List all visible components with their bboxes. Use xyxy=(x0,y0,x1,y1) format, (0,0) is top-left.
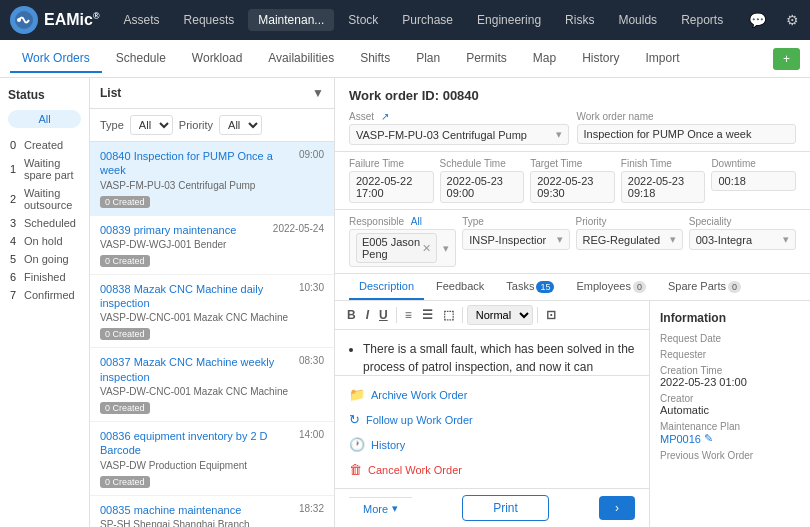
follow-up-icon: ↻ xyxy=(349,412,360,427)
wo-name-field-group: Work order name Inspection for PUMP Once… xyxy=(577,111,797,145)
detail-top-fields: Asset ↗ VASP-FM-PU-03 Centrifugal Pump ▾… xyxy=(349,111,796,145)
time-row: Failure Time 2022-05-22 17:00 Schedule T… xyxy=(335,152,810,210)
type-field: Type INSP-Inspectior ▾ xyxy=(462,216,569,267)
nav-risks[interactable]: Risks xyxy=(555,9,604,31)
editor-toolbar: B I U ≡ ☰ ⬚ Normal ⊡ xyxy=(335,301,649,330)
status-all-button[interactable]: All xyxy=(8,110,81,128)
cancel-work-order-button[interactable]: 🗑 Cancel Work Order xyxy=(341,457,643,482)
asset-value[interactable]: VASP-FM-PU-03 Centrifugal Pump ▾ xyxy=(349,124,569,145)
list-item[interactable]: 00837 Mazak CNC Machine weekly inspectio… xyxy=(90,348,334,422)
nav-moulds[interactable]: Moulds xyxy=(608,9,667,31)
logo-icon xyxy=(10,6,38,34)
subnav-plan[interactable]: Plan xyxy=(404,45,452,73)
list-item[interactable]: 00835 machine maintenance 18:32 SP-SH Sh… xyxy=(90,496,334,527)
more-button[interactable]: More ▾ xyxy=(349,497,412,519)
subnav-import[interactable]: Import xyxy=(634,45,692,73)
detail-tabs: Description Feedback Tasks15 Employees0 … xyxy=(335,274,810,301)
status-waiting-spare[interactable]: 1 Waiting spare part xyxy=(8,154,81,184)
subnav-availabilities[interactable]: Availabilities xyxy=(256,45,346,73)
subnav-workload[interactable]: Workload xyxy=(180,45,254,73)
nav-maintenance[interactable]: Maintenan... xyxy=(248,9,334,31)
tab-feedback[interactable]: Feedback xyxy=(426,274,494,300)
status-on-hold[interactable]: 4 On hold xyxy=(8,232,81,250)
previous-wo-row: Previous Work Order xyxy=(660,450,800,461)
ordered-list-button[interactable]: ≡ xyxy=(401,306,416,324)
nav-purchase[interactable]: Purchase xyxy=(392,9,463,31)
bold-button[interactable]: B xyxy=(343,306,360,324)
next-button[interactable]: › xyxy=(599,496,635,520)
priority-label: Priority xyxy=(179,119,213,131)
action-menu: 📁 Archive Work Order ↻ Follow up Work Or… xyxy=(335,375,649,488)
info-title: Information xyxy=(660,311,800,325)
tab-description[interactable]: Description xyxy=(349,274,424,300)
info-panel: Information Request Date Requester Creat… xyxy=(650,301,810,527)
responsible-chip: E005 Jason Peng ✕ xyxy=(356,233,437,263)
status-confirmed[interactable]: 7 Confirmed xyxy=(8,286,81,304)
request-date-row: Request Date xyxy=(660,333,800,344)
list-item[interactable]: 00839 primary maintenance 2022-05-24 VAS… xyxy=(90,216,334,275)
unordered-list-button[interactable]: ☰ xyxy=(418,306,437,324)
toolbar-separator xyxy=(396,307,397,323)
subnav-shifts[interactable]: Shifts xyxy=(348,45,402,73)
responsible-field: Responsible All E005 Jason Peng ✕ ▾ xyxy=(349,216,456,267)
list-items: 00840 Inspection for PUMP Once a week 09… xyxy=(90,142,334,527)
editor-content[interactable]: There is a small fault, which has been s… xyxy=(335,330,649,375)
status-waiting-outsource[interactable]: 2 Waiting outsource xyxy=(8,184,81,214)
nav-assets[interactable]: Assets xyxy=(114,9,170,31)
subnav-schedule[interactable]: Schedule xyxy=(104,45,178,73)
list-header: List ▼ xyxy=(90,78,334,109)
detail-panel: Work order ID: 00840 Asset ↗ VASP-FM-PU-… xyxy=(335,78,810,527)
maintenance-plan-row: Maintenance Plan MP0016 ✎ xyxy=(660,421,800,445)
asset-field-group: Asset ↗ VASP-FM-PU-03 Centrifugal Pump ▾ xyxy=(349,111,569,145)
status-created[interactable]: 0 Created xyxy=(8,136,81,154)
filter-icon[interactable]: ▼ xyxy=(312,86,324,100)
nav-stock[interactable]: Stock xyxy=(338,9,388,31)
tab-spare-parts[interactable]: Spare Parts0 xyxy=(658,274,751,300)
target-time-field: Target Time 2022-05-23 09:30 xyxy=(530,158,615,203)
add-button[interactable]: + xyxy=(773,48,800,70)
toolbar-separator-2 xyxy=(462,307,463,323)
follow-up-button[interactable]: ↻ Follow up Work Order xyxy=(341,407,643,432)
expand-button[interactable]: ⊡ xyxy=(542,306,560,324)
history-button[interactable]: 🕐 History xyxy=(341,432,643,457)
list-panel: List ▼ Type All Priority All 00840 Inspe… xyxy=(90,78,335,527)
wo-name-label: Work order name xyxy=(577,111,797,122)
settings-icon[interactable]: ⚙ xyxy=(778,8,807,32)
remove-responsible-icon[interactable]: ✕ xyxy=(422,242,431,255)
nav-reports[interactable]: Reports xyxy=(671,9,733,31)
subnav-permits[interactable]: Permits xyxy=(454,45,519,73)
list-item[interactable]: 00836 equipment inventory by 2 D Barcode… xyxy=(90,422,334,496)
wo-name-value[interactable]: Inspection for PUMP Once a week xyxy=(577,124,797,144)
italic-button[interactable]: I xyxy=(362,306,373,324)
list-item[interactable]: 00838 Mazak CNC Machine daily inspection… xyxy=(90,275,334,349)
status-scheduled[interactable]: 3 Scheduled xyxy=(8,214,81,232)
underline-button[interactable]: U xyxy=(375,306,392,324)
list-item[interactable]: 00840 Inspection for PUMP Once a week 09… xyxy=(90,142,334,216)
subnav-work-orders[interactable]: Work Orders xyxy=(10,45,102,73)
archive-work-order-button[interactable]: 📁 Archive Work Order xyxy=(341,382,643,407)
nav-engineering[interactable]: Engineering xyxy=(467,9,551,31)
tab-tasks[interactable]: Tasks15 xyxy=(496,274,564,300)
status-finished[interactable]: 6 Finished xyxy=(8,268,81,286)
chat-icon[interactable]: 💬 xyxy=(741,8,774,32)
asset-label: Asset ↗ xyxy=(349,111,569,122)
priority-filter[interactable]: All xyxy=(219,115,262,135)
subnav-map[interactable]: Map xyxy=(521,45,568,73)
type-filter[interactable]: All xyxy=(130,115,173,135)
sub-navigation: Work Orders Schedule Workload Availabili… xyxy=(0,40,810,78)
format-select[interactable]: Normal xyxy=(467,305,533,325)
status-on-going[interactable]: 5 On going xyxy=(8,250,81,268)
logo: EAMic® xyxy=(10,6,100,34)
edit-icon[interactable]: ✎ xyxy=(704,432,713,445)
top-navigation: EAMic® Assets Requests Maintenan... Stoc… xyxy=(0,0,810,40)
chevron-down-icon: ▾ xyxy=(392,502,398,515)
subnav-history[interactable]: History xyxy=(570,45,631,73)
nav-requests[interactable]: Requests xyxy=(174,9,245,31)
align-button[interactable]: ⬚ xyxy=(439,306,458,324)
asset-link-icon[interactable]: ↗ xyxy=(381,111,389,122)
tab-employees[interactable]: Employees0 xyxy=(566,274,655,300)
print-button[interactable]: Print xyxy=(462,495,549,521)
print-bar: More ▾ Print › xyxy=(335,488,649,527)
requester-row: Requester xyxy=(660,349,800,360)
maintenance-plan-link[interactable]: MP0016 xyxy=(660,433,701,445)
